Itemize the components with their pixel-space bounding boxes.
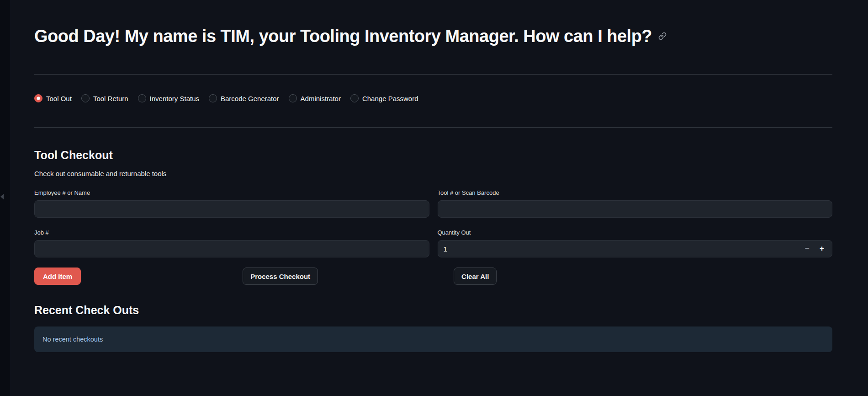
radio-unselected-icon[interactable] <box>138 94 146 102</box>
radio-selected-icon[interactable] <box>34 94 42 102</box>
radio-label: Tool Return <box>93 95 128 102</box>
section-title-recent-checkouts: Recent Check Outs <box>34 304 832 317</box>
section-subtitle: Check out consumable and returnable tool… <box>34 170 832 177</box>
section-title-tool-checkout: Tool Checkout <box>34 149 832 162</box>
radio-label: Inventory Status <box>150 95 199 102</box>
add-item-button[interactable]: Add Item <box>34 268 81 285</box>
employee-field-label: Employee # or Name <box>34 189 429 196</box>
radio-tool-out[interactable]: Tool Out <box>34 94 72 102</box>
quantity-field-label: Quantity Out <box>438 229 833 236</box>
radio-label: Tool Out <box>46 95 72 102</box>
quantity-field-group: Quantity Out − + <box>438 229 833 257</box>
sidebar-collapse-icon[interactable] <box>0 194 4 199</box>
divider <box>34 127 832 128</box>
process-checkout-button[interactable]: Process Checkout <box>243 268 318 285</box>
radio-inventory-status[interactable]: Inventory Status <box>138 94 199 102</box>
radio-unselected-icon[interactable] <box>209 94 217 102</box>
radio-change-password[interactable]: Change Password <box>350 94 418 102</box>
radio-barcode-generator[interactable]: Barcode Generator <box>209 94 279 102</box>
radio-administrator[interactable]: Administrator <box>289 94 341 102</box>
radio-unselected-icon[interactable] <box>81 94 90 102</box>
nav-radio-group: Tool Out Tool Return Inventory Status Ba… <box>34 94 832 102</box>
link-icon[interactable] <box>658 32 667 40</box>
page-title: Good Day! My name is TIM, your Tooling I… <box>34 25 832 47</box>
job-number-input[interactable] <box>34 240 429 257</box>
main-content: Good Day! My name is TIM, your Tooling I… <box>34 0 832 352</box>
radio-label: Barcode Generator <box>221 95 279 102</box>
quantity-decrement-button[interactable]: − <box>801 240 813 257</box>
empty-state-message: No recent checkouts <box>42 336 103 343</box>
quantity-input[interactable] <box>438 240 833 257</box>
radio-label: Administrator <box>301 95 341 102</box>
action-buttons-row: Add Item Process Checkout Clear All <box>34 268 832 285</box>
radio-tool-return[interactable]: Tool Return <box>81 94 128 102</box>
radio-label: Change Password <box>362 95 418 102</box>
tool-barcode-input[interactable] <box>438 200 833 218</box>
quantity-stepper: − + <box>438 240 833 257</box>
job-field-label: Job # <box>34 229 429 236</box>
radio-unselected-icon[interactable] <box>350 94 359 102</box>
tool-field-group: Tool # or Scan Barcode <box>438 189 833 218</box>
recent-checkouts-empty-state: No recent checkouts <box>34 326 832 352</box>
employee-field-group: Employee # or Name <box>34 189 429 218</box>
checkout-form: Employee # or Name Tool # or Scan Barcod… <box>34 189 832 257</box>
divider <box>34 74 832 75</box>
radio-unselected-icon[interactable] <box>289 94 297 102</box>
page-title-text: Good Day! My name is TIM, your Tooling I… <box>34 25 652 47</box>
tool-field-label: Tool # or Scan Barcode <box>438 189 833 196</box>
employee-input[interactable] <box>34 200 429 218</box>
quantity-increment-button[interactable]: + <box>816 240 828 257</box>
job-field-group: Job # <box>34 229 429 257</box>
clear-all-button[interactable]: Clear All <box>454 268 497 285</box>
